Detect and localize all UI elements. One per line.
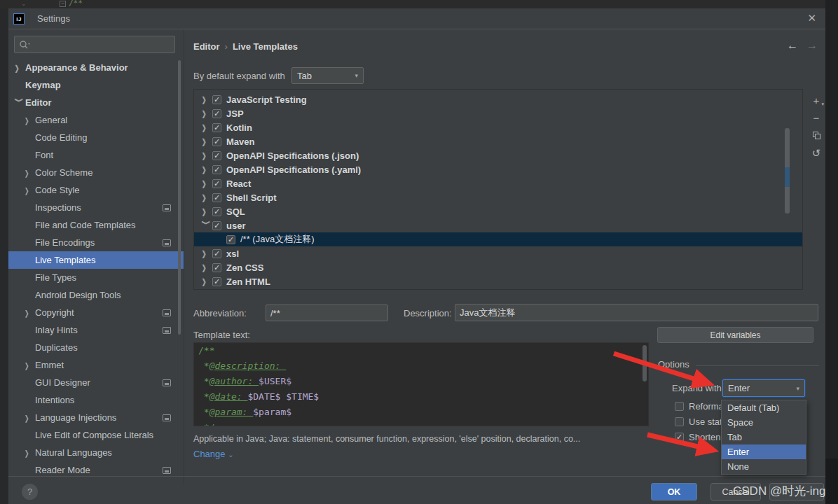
sidebar-item-inlay-hints[interactable]: ❯Inlay Hints (8, 321, 184, 339)
option-checkbox[interactable] (675, 402, 684, 411)
template-checkbox[interactable] (226, 235, 235, 244)
sidebar-item-live-edit-of-compose-literals[interactable]: ❯Live Edit of Compose Literals (8, 426, 184, 444)
sidebar-item-file-encodings[interactable]: ❯File Encodings (8, 234, 184, 251)
option-checkbox[interactable] (675, 433, 684, 442)
add-template-icon[interactable]: +▾ (808, 92, 825, 109)
sidebar-item-editor[interactable]: ❯Editor (8, 94, 184, 111)
template-checkbox[interactable] (212, 221, 221, 230)
template-checkbox[interactable] (212, 151, 221, 160)
template-checkbox[interactable] (212, 95, 221, 104)
change-context-link[interactable]: Change ⌄ (193, 449, 234, 459)
sidebar-item-reader-mode[interactable]: ❯Reader Mode (8, 461, 184, 476)
chevron-collapsed-icon[interactable]: ❯ (202, 263, 212, 272)
template-checkbox[interactable] (212, 109, 221, 118)
sidebar-item-inspections[interactable]: ❯Inspections (8, 199, 184, 216)
chevron-collapsed-icon[interactable]: ❯ (25, 414, 34, 422)
popup-option-tab[interactable]: Tab (722, 430, 806, 444)
template-row-kotlin[interactable]: ❯Kotlin (194, 120, 802, 134)
popup-option-space[interactable]: Space (722, 415, 806, 430)
sidebar-item-android-design-tools[interactable]: ❯Android Design Tools (8, 286, 184, 304)
template-row-javascript-testing[interactable]: ❯JavaScript Testing (194, 92, 802, 106)
template-checkbox[interactable] (212, 207, 221, 216)
chevron-collapsed-icon[interactable]: ❯ (202, 109, 212, 118)
sidebar-item-code-editing[interactable]: ❯Code Editing (8, 129, 184, 146)
chevron-collapsed-icon[interactable]: ❯ (202, 151, 212, 160)
template-row-zen-css[interactable]: ❯Zen CSS (194, 260, 802, 274)
chevron-collapsed-icon[interactable]: ❯ (202, 249, 212, 258)
chevron-collapsed-icon[interactable]: ❯ (25, 309, 34, 317)
option-checkbox[interactable] (675, 417, 684, 426)
chevron-collapsed-icon[interactable]: ❯ (202, 193, 212, 202)
chevron-collapsed-icon[interactable]: ❯ (25, 186, 34, 195)
chevron-collapsed-icon[interactable]: ❯ (25, 449, 34, 457)
template-checkbox[interactable] (212, 193, 221, 202)
template-row-sql[interactable]: ❯SQL (194, 204, 802, 218)
remove-template-icon[interactable]: − (808, 109, 825, 127)
expand-with-dropdown[interactable]: Enter ▾ (722, 379, 805, 397)
template-row-maven[interactable]: ❯Maven (194, 134, 802, 148)
template-row-java[interactable]: ❯/** (Java文档注释) (194, 232, 802, 246)
chevron-collapsed-icon[interactable]: ❯ (25, 361, 34, 370)
close-icon[interactable]: ✕ (807, 12, 816, 24)
sidebar-item-code-style[interactable]: ❯Code Style (8, 181, 184, 199)
sidebar-item-gui-designer[interactable]: ❯GUI Designer (8, 374, 184, 391)
chevron-collapsed-icon[interactable]: ❯ (202, 179, 212, 188)
sidebar-item-general[interactable]: ❯General (8, 111, 184, 129)
sidebar-item-color-scheme[interactable]: ❯Color Scheme (8, 164, 184, 181)
chevron-collapsed-icon[interactable]: ❯ (25, 169, 34, 177)
sidebar-item-file-and-code-templates[interactable]: ❯File and Code Templates (8, 216, 184, 234)
template-row-openapi-specifications-yaml[interactable]: ❯OpenAPI Specifications (.yaml) (194, 162, 802, 176)
breadcrumb-section[interactable]: Editor (193, 41, 220, 52)
template-text-editor[interactable]: /** *@description: *@author: $USER$ *@da… (193, 342, 649, 426)
chevron-collapsed-icon[interactable]: ❯ (202, 123, 212, 132)
template-row-react[interactable]: ❯React (194, 176, 802, 190)
template-checkbox[interactable] (212, 249, 221, 258)
sidebar-item-emmet[interactable]: ❯Emmet (8, 356, 184, 374)
help-icon[interactable]: ? (22, 484, 38, 500)
template-row-shell-script[interactable]: ❯Shell Script (194, 190, 802, 204)
template-row-xsl[interactable]: ❯xsl (194, 246, 802, 260)
popup-option-default-tab[interactable]: Default (Tab) (722, 400, 806, 415)
ok-button[interactable]: OK (651, 483, 697, 500)
template-checkbox[interactable] (212, 277, 221, 286)
sidebar-item-natural-languages[interactable]: ❯Natural Languages (8, 444, 184, 461)
chevron-collapsed-icon[interactable]: ❯ (202, 165, 212, 174)
sidebar-item-copyright[interactable]: ❯Copyright (8, 304, 184, 321)
template-row-user[interactable]: ❯user (194, 218, 802, 232)
template-editor-scrollbar[interactable] (643, 345, 647, 382)
template-checkbox[interactable] (212, 137, 221, 146)
sidebar-item-file-types[interactable]: ❯File Types (8, 269, 184, 286)
sidebar-item-language-injections[interactable]: ❯Language Injections (8, 409, 184, 426)
sidebar-item-keymap[interactable]: ❯Keymap (8, 76, 184, 94)
restore-defaults-icon[interactable]: ↺ (808, 144, 825, 162)
chevron-collapsed-icon[interactable]: ❯ (202, 95, 212, 104)
chevron-collapsed-icon[interactable]: ❯ (15, 64, 25, 72)
popup-option-none[interactable]: None (722, 459, 806, 474)
chevron-collapsed-icon[interactable]: ❯ (202, 207, 212, 216)
chevron-collapsed-icon[interactable]: ❯ (202, 137, 212, 146)
sidebar-scrollbar[interactable] (178, 60, 181, 335)
edit-variables-button[interactable]: Edit variables (657, 327, 813, 343)
duplicate-template-icon[interactable] (808, 127, 825, 144)
sidebar-item-appearance-behavior[interactable]: ❯Appearance & Behavior (8, 59, 184, 76)
abbreviation-field[interactable]: /** (266, 304, 388, 321)
chevron-expanded-icon[interactable]: ❯ (15, 97, 24, 107)
template-row-zen-html[interactable]: ❯Zen HTML (194, 274, 802, 288)
template-row-jsp[interactable]: ❯JSP (194, 106, 802, 120)
popup-option-enter[interactable]: Enter (722, 444, 806, 459)
template-list-scrollbar[interactable] (785, 128, 790, 214)
sidebar-item-duplicates[interactable]: ❯Duplicates (8, 339, 184, 356)
sidebar-item-live-templates[interactable]: ❯Live Templates (8, 251, 184, 269)
template-checkbox[interactable] (212, 179, 221, 188)
chevron-expanded-icon[interactable]: ❯ (202, 220, 211, 230)
template-row-openapi-specifications-json[interactable]: ❯OpenAPI Specifications (.json) (194, 148, 802, 162)
sidebar-item-font[interactable]: ❯Font (8, 146, 184, 164)
sidebar-item-intentions[interactable]: ❯Intentions (8, 391, 184, 409)
description-field[interactable]: Java文档注释 (455, 304, 818, 321)
template-checkbox[interactable] (212, 123, 221, 132)
default-expand-dropdown[interactable]: Tab ▾ (291, 67, 364, 84)
template-checkbox[interactable] (212, 263, 221, 272)
template-checkbox[interactable] (212, 165, 221, 174)
chevron-collapsed-icon[interactable]: ❯ (25, 116, 34, 125)
chevron-collapsed-icon[interactable]: ❯ (202, 277, 212, 286)
